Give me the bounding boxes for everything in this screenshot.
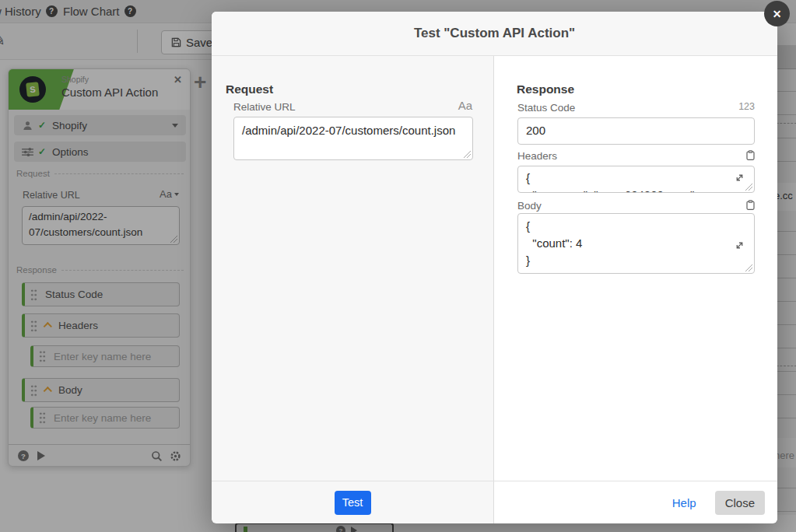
modal-request-column: Request Relative URL Aa /admin/api/2022-…: [212, 56, 494, 481]
expand-icon[interactable]: [735, 172, 745, 185]
headers-label: Headers: [517, 150, 557, 162]
resize-handle[interactable]: [745, 184, 752, 191]
body-textarea[interactable]: { "count": 4 }: [517, 213, 755, 274]
number-type-hint: 123: [738, 101, 755, 112]
expand-icon[interactable]: [735, 240, 745, 253]
relative-url-label: Relative URL: [233, 101, 296, 113]
test-button[interactable]: Test: [335, 491, 371, 515]
test-action-modal: Test "Custom API Action" Request Relativ…: [212, 12, 777, 523]
modal-footer-right: Help Close: [494, 481, 777, 523]
copy-clipboard-icon[interactable]: [746, 199, 755, 213]
copy-clipboard-icon[interactable]: [746, 149, 755, 163]
close-button[interactable]: Close: [715, 491, 765, 515]
relative-url-input[interactable]: /admin/api/2022-07/customers/count.json: [233, 117, 473, 160]
help-link[interactable]: Help: [672, 496, 696, 509]
modal-header: Test "Custom API Action": [212, 12, 777, 56]
modal-footer: Test Help Close: [212, 481, 777, 523]
status-code-label: Status Code: [517, 102, 575, 114]
headers-textarea[interactable]: { "…………": "…… 604800 ……": [517, 166, 755, 193]
resize-handle[interactable]: [745, 264, 752, 271]
status-code-input[interactable]: 200: [517, 117, 755, 145]
modal-response-column: Response Status Code 123 200 Headers { "…: [494, 56, 777, 481]
modal-title: Test "Custom API Action": [414, 26, 575, 41]
body-label: Body: [517, 200, 542, 212]
modal-footer-left: Test: [212, 481, 494, 523]
response-heading: Response: [517, 82, 574, 96]
modal-close-button[interactable]: ✕: [764, 1, 790, 26]
resize-handle[interactable]: [464, 151, 471, 158]
request-heading: Request: [226, 82, 273, 96]
clipped-headers-line: "…………": "…… 604800 ……": [526, 187, 694, 193]
close-x-icon: ✕: [773, 8, 782, 20]
app-window: w History ? Flow Chart ? ✎ Save + S Shop…: [0, 0, 796, 532]
format-hint: Aa: [458, 99, 472, 112]
